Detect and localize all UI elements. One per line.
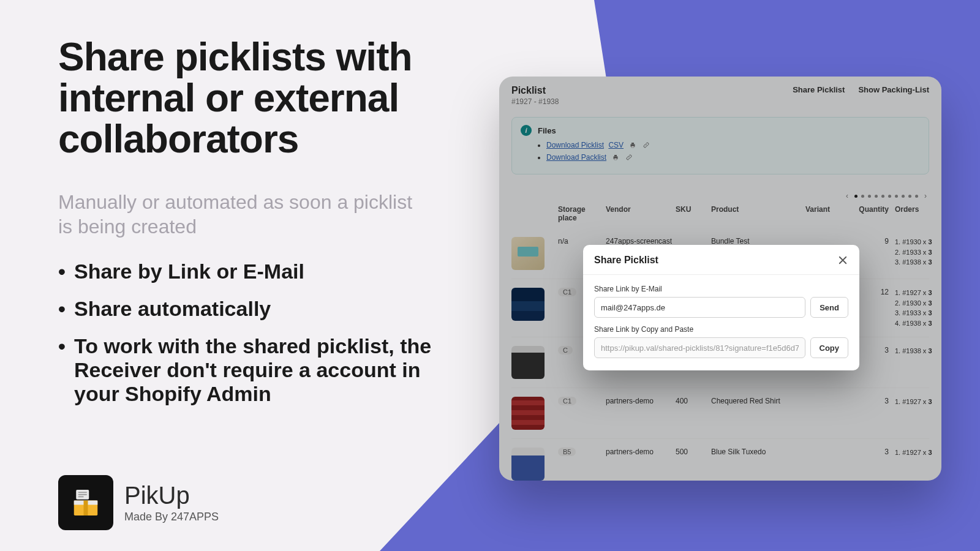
- svg-rect-4: [78, 492, 87, 493]
- send-button[interactable]: Send: [810, 297, 848, 318]
- svg-rect-6: [78, 497, 84, 498]
- share-email-input[interactable]: [594, 297, 805, 318]
- brand-subtitle: Made By 247APPS: [124, 511, 219, 523]
- copy-button[interactable]: Copy: [810, 337, 849, 358]
- brand-row: PikUp Made By 247APPS: [58, 475, 219, 530]
- feature-bullets: Share by Link or E-Mail Share automatica…: [58, 260, 432, 406]
- svg-rect-5: [78, 494, 87, 495]
- feature-bullet: To work with the shared picklist, the Re…: [58, 334, 432, 406]
- feature-bullet: Share by Link or E-Mail: [58, 260, 432, 283]
- email-field-label: Share Link by E-Mail: [594, 285, 848, 293]
- box-logo-icon: [69, 485, 103, 520]
- close-icon[interactable]: [837, 255, 848, 266]
- marketing-column: Share picklists with internal or externa…: [58, 37, 432, 419]
- share-link-input[interactable]: [594, 337, 805, 358]
- headline: Share picklists with internal or externa…: [58, 37, 432, 160]
- feature-bullet: Share automatically: [58, 297, 432, 321]
- brand-name: PikUp: [124, 482, 219, 509]
- share-picklist-modal: Share Picklist Share Link by E-Mail Send…: [583, 245, 859, 370]
- brand-logo: [58, 475, 113, 530]
- subheadline: Manually or automated as soon a picklist…: [58, 190, 432, 239]
- svg-rect-2: [84, 501, 88, 516]
- brand-text: PikUp Made By 247APPS: [124, 482, 219, 523]
- modal-title: Share Picklist: [594, 255, 658, 266]
- link-field-label: Share Link by Copy and Paste: [594, 325, 848, 334]
